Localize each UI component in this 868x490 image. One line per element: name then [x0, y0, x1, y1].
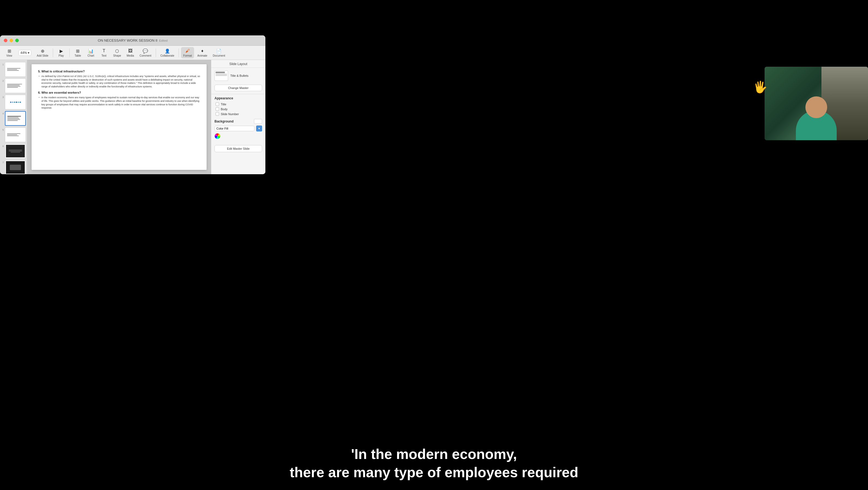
table-button[interactable]: ⊞ Table — [72, 47, 84, 58]
play-label: Play — [59, 54, 64, 57]
appearance-item-title: Title — [216, 102, 261, 106]
slide-number-checkbox[interactable] — [216, 112, 219, 116]
slide-number-4: 4 — [1, 112, 4, 115]
color-fill-arrow[interactable]: ▾ — [256, 125, 262, 131]
slide-thumb-3[interactable] — [5, 95, 26, 110]
hand-emoji: 🖐 — [753, 80, 767, 94]
separator-1 — [53, 49, 53, 57]
main-area: 1 2 — [0, 60, 266, 174]
slide-answer-5: As defined by USA Patriot Act of 2001 (4… — [38, 74, 200, 88]
traffic-lights — [4, 39, 19, 42]
close-button[interactable] — [4, 39, 7, 42]
toolbar: ⊞ View 44% ▾ ⊕ Add Slide ▶ Play ⊞ Table — [0, 46, 266, 60]
title-checkbox[interactable] — [216, 102, 219, 106]
text-icon: T — [101, 48, 107, 54]
layout-preview: Title & Bullets — [215, 70, 262, 81]
slide-layout-title: Slide Layout — [211, 60, 266, 68]
slide-thumb-5[interactable] — [5, 127, 26, 142]
comment-button[interactable]: 💬 Comment — [137, 47, 154, 58]
background-color-swatch[interactable] — [254, 119, 262, 124]
collaborate-label: Collaborate — [160, 54, 174, 57]
slide-thumb-wrapper-3: 3 — [1, 95, 26, 110]
q5-text: What is critical infrastructure? — [41, 70, 85, 73]
format-tab-button[interactable]: 🖌 Format — [181, 47, 194, 58]
q6-number: 6. — [38, 91, 40, 94]
table-icon: ⊞ — [75, 48, 81, 54]
document-icon: 📄 — [216, 48, 222, 54]
add-slide-button[interactable]: ⊕ Add Slide — [35, 47, 51, 58]
arrow-icon: ▾ — [258, 127, 260, 130]
view-label: View — [6, 54, 12, 57]
slide-thumb-wrapper-4: 4 — [1, 111, 26, 126]
slide-thumb-content-2 — [5, 79, 26, 93]
media-label: Media — [127, 54, 134, 57]
media-button[interactable]: 🖼 Media — [124, 47, 136, 58]
slide-number-3: 3 — [1, 96, 4, 98]
slide-thumb-wrapper-5: 5 — [1, 127, 26, 142]
slide-thumb-content-3 — [5, 95, 26, 109]
caption-line-2: there are many type of employees require… — [0, 463, 868, 482]
shape-button[interactable]: ⬡ Shape — [111, 47, 123, 58]
q6-text: Who are essential workers? — [41, 91, 81, 94]
minimize-button[interactable] — [9, 39, 13, 42]
slide-panel: 1 2 — [0, 60, 27, 174]
background-label: Background — [215, 120, 234, 123]
collaborate-button[interactable]: 👤 Collaborate — [158, 47, 176, 58]
zoom-button[interactable]: 44% ▾ — [16, 49, 33, 57]
collaborate-icon: 👤 — [165, 48, 170, 54]
slide-thumb-6[interactable] — [5, 144, 26, 158]
slide-canvas[interactable]: 5. What is critical infrastructure? As d… — [27, 60, 211, 174]
edit-master-slide-button[interactable]: Edit Master Slide — [215, 145, 262, 152]
slide-thumb-4[interactable] — [5, 111, 26, 126]
comment-label: Comment — [140, 54, 151, 57]
slide-thumb-content-5 — [5, 128, 26, 142]
window-title: ON NECESSARY WORK SESSION II — [98, 38, 157, 42]
slide-question-6: 6. Who are essential workers? — [38, 91, 200, 94]
webcam-person-background — [765, 67, 868, 140]
add-slide-label: Add Slide — [37, 54, 49, 57]
layout-line-2 — [216, 74, 227, 75]
background-section: Background Color Fill ▾ — [211, 118, 266, 144]
title-label: Title — [221, 103, 226, 106]
text-button[interactable]: T Text — [98, 47, 110, 58]
separator-4 — [179, 49, 179, 57]
slide-thumb-wrapper-6: 6 — [1, 144, 26, 158]
color-fill-label: Color Fill — [216, 127, 228, 130]
layout-thumb-lines — [216, 74, 227, 76]
zoom-chevron: ▾ — [28, 51, 29, 55]
add-slide-icon: ⊕ — [40, 48, 45, 54]
webcam-overlay — [765, 67, 868, 140]
title-bar: ON NECESSARY WORK SESSION II Edited — [0, 35, 266, 46]
zoom-control[interactable]: 44% ▾ — [19, 50, 31, 56]
color-fill-dropdown[interactable]: Color Fill — [215, 126, 254, 131]
body-label: Body — [221, 108, 227, 111]
appearance-section-header: Appearance — [211, 94, 266, 101]
layout-name: Title & Bullets — [230, 74, 249, 77]
slide-number-7: 7 — [1, 161, 4, 164]
color-wheel-icon[interactable] — [215, 133, 220, 139]
slide-content: 5. What is critical infrastructure? As d… — [32, 64, 207, 170]
slide-thumb-wrapper-2: 2 — [1, 79, 26, 93]
person-head — [805, 96, 827, 118]
appearance-item-body: Body — [216, 107, 261, 111]
chart-button[interactable]: 📊 Chart — [85, 47, 97, 58]
fullscreen-button[interactable] — [15, 39, 19, 42]
view-button[interactable]: ⊞ View — [3, 47, 15, 58]
animate-label: Animate — [197, 54, 208, 57]
document-tab-button[interactable]: 📄 Document — [211, 47, 227, 58]
slide-thumb-content-7 — [5, 160, 26, 174]
view-icon: ⊞ — [6, 48, 12, 54]
play-button[interactable]: ▶ Play — [55, 47, 67, 58]
slide-thumb-1[interactable] — [5, 62, 26, 77]
layout-line-1 — [216, 74, 227, 74]
slide-number-label: Slide Number — [221, 113, 239, 116]
change-master-button[interactable]: Change Master — [215, 85, 262, 91]
slide-thumb-2[interactable] — [5, 79, 26, 93]
slide-thumb-7[interactable] — [5, 160, 26, 174]
slide-thumb-content-1 — [5, 62, 26, 76]
chart-icon: 📊 — [88, 48, 94, 54]
animate-tab-button[interactable]: ♦ Animate — [195, 47, 210, 58]
format-icon: 🖌 — [185, 48, 190, 54]
chart-label: Chart — [88, 54, 94, 57]
body-checkbox[interactable] — [216, 107, 219, 111]
